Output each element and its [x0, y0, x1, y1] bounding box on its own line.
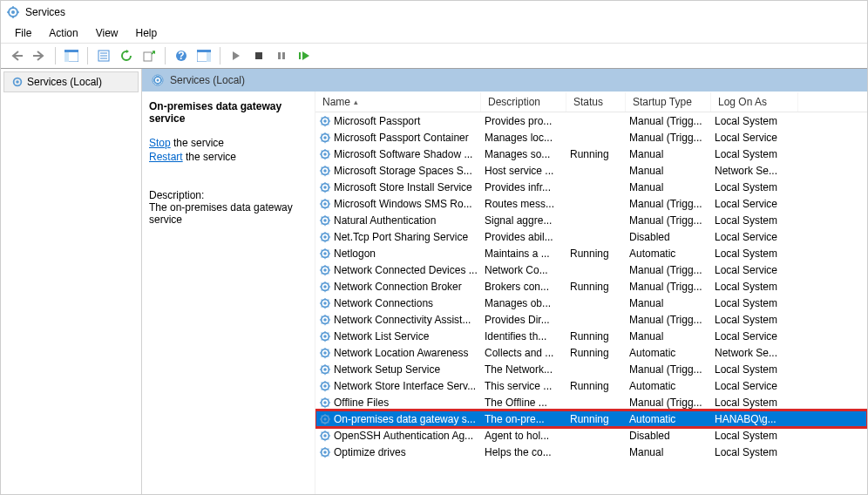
column-header-startup[interactable]: Startup Type	[626, 92, 711, 112]
service-name-text: Optimize drives	[334, 446, 406, 458]
service-row[interactable]: Network Location AwarenessCollects and .…	[315, 344, 867, 361]
pause-service-button[interactable]	[271, 45, 292, 66]
service-row[interactable]: Net.Tcp Port Sharing ServiceProvides abi…	[315, 228, 867, 245]
service-logon-cell: Local System	[711, 148, 798, 160]
service-row[interactable]: Offline FilesThe Offline ...Manual (Trig…	[315, 394, 867, 410]
stop-link[interactable]: Stop	[149, 137, 171, 149]
service-row[interactable]: Network List ServiceIdentifies th...Runn…	[315, 328, 867, 344]
menu-action[interactable]: Action	[42, 25, 85, 41]
service-logon-cell: Local Service	[711, 330, 798, 342]
svg-line-174	[322, 349, 322, 349]
svg-line-166	[322, 339, 322, 340]
svg-line-175	[328, 356, 329, 356]
menu-help[interactable]: Help	[129, 25, 165, 41]
svg-line-126	[322, 273, 322, 274]
export-icon	[143, 50, 155, 62]
service-list-body[interactable]: Microsoft PassportProvides pro...Manual …	[315, 112, 867, 460]
service-row[interactable]: Network Setup ServiceThe Network...Manua…	[315, 361, 867, 377]
column-header-status[interactable]: Status	[566, 92, 626, 112]
menu-file[interactable]: File	[8, 25, 38, 41]
svg-line-46	[322, 140, 322, 141]
service-row[interactable]: Microsoft Storage Spaces S...Host servic…	[315, 162, 867, 179]
svg-line-44	[322, 133, 322, 134]
service-name-cell: Network Connectivity Assist...	[315, 314, 481, 326]
help-icon: ?	[175, 50, 187, 62]
service-logon-cell: Local System	[711, 115, 798, 127]
column-header-logon[interactable]: Log On As	[711, 92, 798, 112]
svg-line-64	[322, 166, 322, 167]
svg-line-196	[322, 389, 322, 390]
refresh-button[interactable]	[116, 45, 137, 66]
svg-line-55	[328, 157, 329, 158]
column-header-name[interactable]: Name ▴	[315, 92, 481, 112]
restart-service-button[interactable]	[294, 45, 315, 66]
service-startup-cell: Manual (Trigg...	[626, 314, 711, 326]
service-status-cell: Running	[566, 347, 626, 359]
back-button[interactable]	[6, 45, 27, 66]
column-header-description[interactable]: Description	[481, 92, 566, 112]
service-row[interactable]: Network ConnectionsManages ob...ManualLo…	[315, 295, 867, 311]
arrow-left-icon	[10, 50, 23, 62]
svg-line-105	[328, 240, 329, 241]
service-name-text: Network Location Awareness	[334, 347, 469, 359]
svg-line-137	[328, 282, 329, 283]
svg-line-144	[322, 299, 322, 300]
service-startup-cell: Manual (Trigg...	[626, 264, 711, 276]
restart-link[interactable]: Restart	[149, 151, 183, 163]
svg-line-146	[322, 306, 322, 307]
service-startup-cell: Manual	[626, 446, 711, 458]
svg-line-65	[328, 173, 329, 174]
svg-line-106	[322, 240, 322, 241]
service-row[interactable]: Microsoft Windows SMS Ro...Routes mess..…	[315, 195, 867, 212]
svg-line-54	[322, 150, 322, 151]
svg-line-145	[328, 306, 329, 307]
service-row[interactable]: Microsoft Store Install ServiceProvides …	[315, 179, 867, 195]
service-startup-cell: Manual (Trigg...	[626, 397, 711, 409]
service-row[interactable]: Network Connectivity Assist...Provides D…	[315, 311, 867, 328]
properties-button[interactable]	[93, 45, 114, 66]
service-startup-cell: Automatic	[626, 413, 711, 425]
service-startup-cell: Automatic	[626, 347, 711, 359]
service-row[interactable]: Natural AuthenticationSignal aggre...Man…	[315, 212, 867, 228]
svg-line-84	[322, 200, 322, 200]
service-row[interactable]: Microsoft Passport ContainerManages loc.…	[315, 129, 867, 146]
svg-line-227	[328, 431, 329, 432]
svg-point-169	[323, 351, 327, 355]
service-row[interactable]: OpenSSH Authentication Ag...Agent to hol…	[315, 427, 867, 444]
svg-point-199	[323, 401, 327, 404]
service-row[interactable]: Microsoft PassportProvides pro...Manual …	[315, 112, 867, 129]
service-startup-cell: Disabled	[626, 430, 711, 442]
tree-root-services-local[interactable]: Services (Local)	[3, 71, 139, 92]
arrow-right-icon	[33, 50, 45, 62]
pause-icon	[276, 51, 287, 61]
gear-icon	[319, 446, 331, 458]
service-row[interactable]: Optimize drivesHelps the co...ManualLoca…	[315, 444, 867, 460]
gear-icon	[319, 231, 331, 243]
service-startup-cell: Manual	[626, 181, 711, 193]
service-logon-cell: HANABQ\g...	[711, 413, 798, 425]
service-row[interactable]: Network Store Interface Serv...This serv…	[315, 377, 867, 394]
show-hide-tree-button[interactable]	[61, 45, 82, 66]
show-hide-action-button[interactable]	[193, 45, 214, 66]
service-name-text: Net.Tcp Port Sharing Service	[334, 231, 468, 243]
export-button[interactable]	[139, 45, 159, 66]
window-title: Services	[25, 6, 65, 18]
forward-button[interactable]	[29, 45, 50, 66]
stop-suffix: the service	[171, 137, 224, 149]
service-logon-cell: Local System	[711, 430, 798, 442]
svg-point-109	[323, 252, 327, 255]
service-status-cell: Running	[566, 281, 626, 293]
service-row[interactable]: Microsoft Software Shadow ...Manages so.…	[315, 146, 867, 162]
svg-line-127	[328, 266, 329, 267]
svg-line-75	[328, 190, 329, 191]
menu-view[interactable]: View	[89, 25, 125, 41]
service-startup-cell: Manual	[626, 330, 711, 342]
svg-line-195	[328, 389, 329, 390]
start-service-button[interactable]	[226, 45, 247, 66]
service-row[interactable]: On-premises data gateway s...The on-pre.…	[315, 410, 867, 427]
service-row[interactable]: Network Connected Devices ...Network Co.…	[315, 261, 867, 278]
service-row[interactable]: NetlogonMaintains a ...RunningAutomaticL…	[315, 245, 867, 261]
help-button[interactable]: ?	[171, 45, 192, 66]
service-row[interactable]: Network Connection BrokerBrokers con...R…	[315, 278, 867, 295]
stop-service-button[interactable]	[248, 45, 269, 66]
